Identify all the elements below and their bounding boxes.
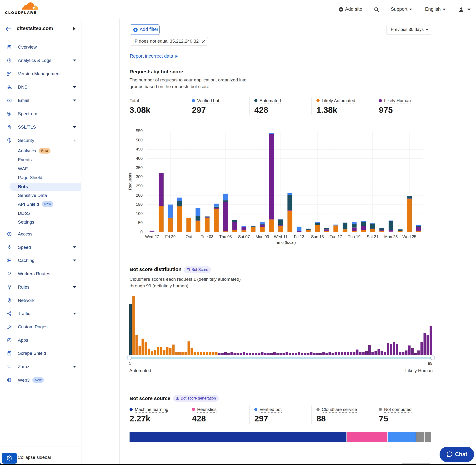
svg-text:550: 550 bbox=[136, 128, 143, 133]
svg-text:Mon 09: Mon 09 bbox=[255, 234, 269, 239]
svg-text:Sat 07: Sat 07 bbox=[238, 234, 250, 239]
svg-text:Tue 03: Tue 03 bbox=[201, 234, 213, 239]
svg-text:Sun 15: Sun 15 bbox=[311, 234, 324, 239]
svg-text:Time (local): Time (local) bbox=[275, 240, 296, 245]
svg-text:Oct: Oct bbox=[186, 234, 192, 239]
svg-text:Wed 25: Wed 25 bbox=[402, 234, 416, 239]
svg-text:Fri 13: Fri 13 bbox=[294, 234, 304, 239]
svg-text:250: 250 bbox=[136, 184, 143, 188]
svg-text:Mon 23: Mon 23 bbox=[384, 234, 398, 239]
svg-text:200: 200 bbox=[136, 193, 143, 198]
svg-text:300: 300 bbox=[136, 175, 143, 179]
svg-text:CLOUDFLARE: CLOUDFLARE bbox=[5, 11, 37, 14]
svg-text:350: 350 bbox=[136, 166, 143, 170]
svg-text:450: 450 bbox=[136, 147, 143, 151]
svg-text:Requests: Requests bbox=[128, 173, 132, 190]
svg-text:400: 400 bbox=[136, 156, 143, 161]
svg-text:0: 0 bbox=[140, 230, 143, 234]
svg-text:50: 50 bbox=[138, 221, 143, 225]
svg-text:150: 150 bbox=[136, 202, 143, 207]
svg-text:Thu 05: Thu 05 bbox=[219, 234, 232, 239]
svg-text:Wed 27: Wed 27 bbox=[145, 234, 159, 239]
svg-text:Thu 19: Thu 19 bbox=[348, 234, 360, 239]
svg-text:500: 500 bbox=[136, 138, 143, 142]
svg-text:Wed 11: Wed 11 bbox=[274, 234, 287, 239]
svg-text:Sat 21: Sat 21 bbox=[367, 234, 378, 239]
svg-text:Fri 29: Fri 29 bbox=[165, 234, 176, 239]
svg-text:100: 100 bbox=[136, 211, 143, 216]
svg-text:Tue 17: Tue 17 bbox=[329, 234, 342, 239]
